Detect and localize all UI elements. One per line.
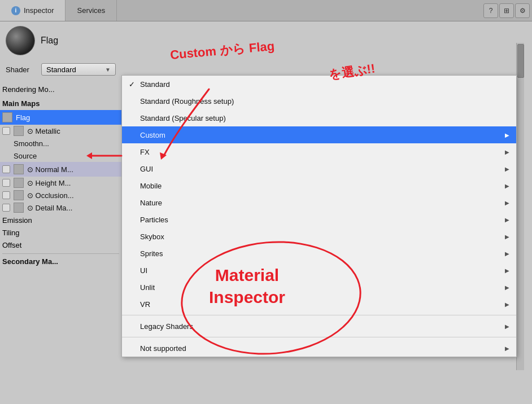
- annotation-line1: Custom から Flag: [169, 38, 275, 64]
- sphere-preview: [6, 26, 35, 55]
- dropdown-label-unlit: Unlit: [140, 283, 155, 292]
- dropdown-label-vr: VR: [140, 300, 150, 309]
- submenu-arrow-nature: ▶: [505, 200, 509, 206]
- submenu-arrow-vr: ▶: [505, 301, 509, 308]
- rendering-mode-row: Rendering Mo...: [0, 82, 121, 96]
- material-name: Flag: [41, 36, 58, 46]
- dropdown-item-particles[interactable]: Particles ▶: [122, 211, 516, 228]
- shader-label: Shader: [6, 65, 37, 74]
- main-maps-title: Main Maps: [2, 99, 119, 108]
- top-icons: ? ⊞ ⚙: [483, 0, 532, 21]
- dropdown-item-sprites[interactable]: Sprites ▶: [122, 245, 516, 262]
- detail-texture: [14, 203, 24, 213]
- submenu-arrow-gui: ▶: [505, 166, 509, 172]
- dropdown-label-ui: UI: [140, 266, 147, 275]
- check-icon: ✓: [129, 80, 140, 89]
- material-header: Flag: [0, 21, 121, 55]
- layout-button[interactable]: ⊞: [499, 3, 514, 18]
- dropdown-label-sprites: Sprites: [140, 249, 163, 258]
- left-panel: Flag Shader Standard ▼ Rendering Mo... M…: [0, 21, 121, 404]
- dropdown-item-custom[interactable]: Custom ▶: [122, 126, 516, 143]
- shader-select[interactable]: Standard ▼: [41, 63, 116, 76]
- dropdown-item-standard[interactable]: ✓ Standard: [122, 76, 516, 93]
- smoothness-row: Smoothn...: [0, 137, 121, 150]
- secondary-maps-title: Secondary Ma...: [2, 257, 119, 266]
- dropdown-item-gui[interactable]: GUI ▶: [122, 160, 516, 177]
- dropdown-item-standard-roughness[interactable]: Standard (Roughness setup): [122, 93, 516, 109]
- occlusion-label: ⊙ Occlusion...: [27, 191, 74, 200]
- dropdown-label-custom: Custom: [140, 131, 165, 139]
- submenu-arrow-particles: ▶: [505, 217, 509, 223]
- dropdown-label-particles: Particles: [140, 216, 168, 224]
- tab-services[interactable]: Services: [66, 0, 117, 21]
- detail-label: ⊙ Detail Ma...: [27, 204, 72, 212]
- height-label: ⊙ Height M...: [27, 179, 71, 187]
- dropdown-item-legacy[interactable]: Legacy Shaders ▶: [122, 318, 516, 335]
- metallic-label: ⊙ Metallic: [27, 127, 60, 135]
- tiling-row: Tiling: [0, 226, 121, 239]
- detail-map-row: ⊙ Detail Ma...: [0, 201, 121, 214]
- dropdown-label-not-supported: Not supported: [140, 344, 186, 353]
- dropdown-label-legacy: Legacy Shaders: [140, 322, 193, 331]
- dropdown-item-fx[interactable]: FX ▶: [122, 143, 516, 160]
- dropdown-item-standard-specular[interactable]: Standard (Specular setup): [122, 109, 516, 126]
- dropdown-item-skybox[interactable]: Skybox ▶: [122, 228, 516, 245]
- dropdown-item-not-supported[interactable]: Not supported ▶: [122, 340, 516, 357]
- tab-services-label: Services: [77, 6, 105, 15]
- submenu-arrow-unlit: ▶: [505, 284, 509, 291]
- dropdown-label-nature: Nature: [140, 199, 162, 207]
- metallic-checkbox[interactable]: [2, 127, 10, 135]
- submenu-arrow-custom: ▶: [505, 132, 509, 138]
- settings-button[interactable]: ⚙: [515, 3, 530, 18]
- dropdown-label-standard: Standard: [140, 80, 170, 89]
- flag-texture-slot: [2, 112, 12, 122]
- normal-texture: [14, 164, 24, 174]
- source-label: Source: [2, 152, 37, 160]
- dropdown-label-gui: GUI: [140, 165, 153, 173]
- rendering-mode-label: Rendering Mo...: [2, 85, 55, 94]
- offset-row: Offset: [0, 239, 121, 251]
- submenu-arrow-fx: ▶: [505, 149, 509, 155]
- height-checkbox[interactable]: [2, 179, 10, 187]
- normal-checkbox[interactable]: [2, 165, 10, 173]
- divider: [2, 253, 119, 254]
- dropdown-item-mobile[interactable]: Mobile ▶: [122, 177, 516, 194]
- dropdown-item-unlit[interactable]: Unlit ▶: [122, 279, 516, 296]
- metallic-texture: [14, 126, 24, 136]
- help-button[interactable]: ?: [483, 3, 498, 18]
- divider-2: [122, 337, 516, 337]
- submenu-arrow-sprites: ▶: [505, 251, 509, 257]
- flag-row[interactable]: Flag: [0, 110, 121, 125]
- dropdown-label-specular: Standard (Specular setup): [140, 114, 226, 122]
- dropdown-label-fx: FX: [140, 148, 150, 156]
- normal-label: ⊙ Normal M...: [27, 165, 73, 174]
- shader-dropdown: ✓ Standard Standard (Roughness setup) St…: [121, 75, 517, 357]
- dropdown-item-vr[interactable]: VR ▶: [122, 296, 516, 313]
- tab-bar: i Inspector Services ? ⊞ ⚙: [0, 0, 532, 21]
- tiling-label: Tiling: [2, 229, 20, 237]
- submenu-arrow-legacy: ▶: [505, 323, 509, 330]
- height-texture: [14, 178, 24, 188]
- detail-checkbox[interactable]: [2, 204, 10, 212]
- metallic-row: ⊙ Metallic: [0, 125, 121, 137]
- submenu-arrow-not-supported: ▶: [505, 345, 509, 352]
- scrollbar-track[interactable]: [516, 43, 524, 370]
- emission-row: Emission: [0, 214, 121, 226]
- dropdown-item-ui[interactable]: UI ▶: [122, 262, 516, 279]
- height-map-row: ⊙ Height M...: [0, 177, 121, 189]
- offset-label: Offset: [2, 241, 21, 249]
- chevron-down-icon: ▼: [105, 67, 111, 73]
- inspector-icon: i: [11, 6, 20, 15]
- scrollbar-thumb[interactable]: [517, 44, 524, 78]
- tab-inspector-label: Inspector: [24, 6, 54, 15]
- submenu-arrow-ui: ▶: [505, 267, 509, 274]
- emission-label: Emission: [2, 216, 32, 225]
- tab-inspector[interactable]: i Inspector: [0, 0, 66, 21]
- main-content: Flag Shader Standard ▼ Rendering Mo... M…: [0, 21, 524, 404]
- dropdown-label-roughness: Standard (Roughness setup): [140, 97, 234, 106]
- occlusion-checkbox[interactable]: [2, 191, 10, 199]
- dropdown-item-nature[interactable]: Nature ▶: [122, 194, 516, 211]
- source-row: Source: [0, 150, 121, 162]
- submenu-arrow-mobile: ▶: [505, 183, 509, 189]
- divider-1: [122, 315, 516, 315]
